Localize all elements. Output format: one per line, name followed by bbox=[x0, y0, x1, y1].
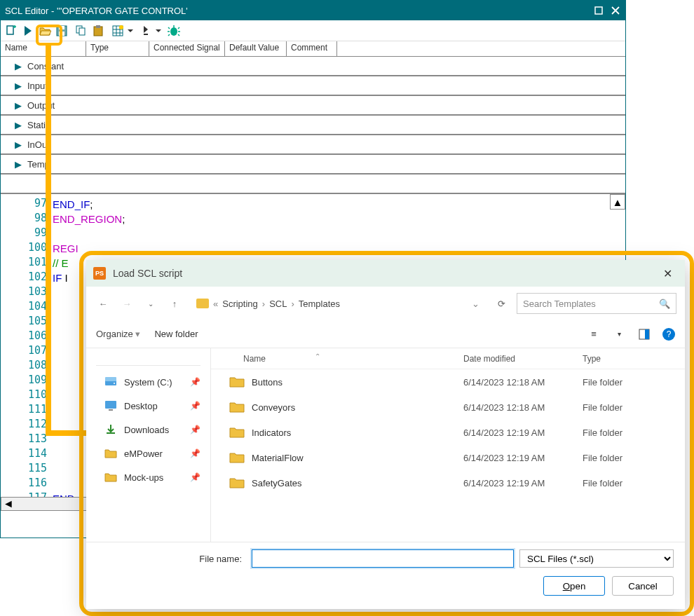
file-type: File folder bbox=[583, 377, 674, 388]
col-date[interactable]: Date modified bbox=[463, 354, 583, 364]
paste-icon[interactable] bbox=[90, 23, 106, 39]
svg-rect-3 bbox=[59, 26, 64, 29]
col-default[interactable]: Default Value bbox=[225, 41, 287, 56]
file-date: 6/14/2023 12:19 AM bbox=[463, 453, 583, 463]
cancel-button[interactable]: Cancel bbox=[612, 576, 674, 596]
maximize-button[interactable] bbox=[593, 5, 604, 16]
sidebar-item-label: eMPower bbox=[124, 449, 163, 459]
file-row[interactable]: Indicators6/14/2023 12:19 AMFile folder bbox=[211, 420, 685, 445]
col-type[interactable]: Type bbox=[86, 41, 149, 56]
filename-label: File name: bbox=[97, 554, 246, 564]
grid-icon[interactable] bbox=[110, 23, 125, 39]
file-name: Conveyors bbox=[252, 402, 463, 413]
group-row[interactable]: ▶Input bbox=[1, 76, 625, 96]
breadcrumb[interactable]: « Scripting › SCL › Templates ⌄ bbox=[190, 295, 486, 313]
sidebar-item-label: Mock-ups bbox=[124, 472, 163, 483]
sidebar-item[interactable]: Mock-ups📌 bbox=[86, 465, 210, 489]
preview-pane-icon[interactable] bbox=[637, 327, 651, 341]
expand-icon[interactable]: ▶ bbox=[15, 159, 22, 170]
help-icon[interactable]: ? bbox=[662, 328, 675, 341]
debug-icon[interactable] bbox=[166, 23, 182, 39]
expand-icon[interactable]: ▶ bbox=[15, 139, 22, 150]
search-input[interactable]: Search Templates 🔍 bbox=[517, 293, 676, 314]
refresh-button[interactable]: ⟳ bbox=[493, 295, 510, 312]
pin-icon[interactable]: 📌 bbox=[190, 401, 200, 411]
pin-icon[interactable]: 📌 bbox=[190, 449, 200, 458]
close-button[interactable] bbox=[610, 5, 621, 16]
svg-rect-4 bbox=[59, 32, 64, 36]
pin-icon[interactable]: 📌 bbox=[190, 425, 200, 434]
col-name[interactable]: Name⌃ bbox=[222, 354, 463, 364]
download-icon bbox=[104, 423, 117, 436]
sidebar-item[interactable]: eMPower📌 bbox=[86, 442, 210, 465]
col-signal[interactable]: Connected Signal bbox=[149, 41, 225, 56]
sidebar-item[interactable]: Desktop📌 bbox=[86, 394, 210, 418]
svg-point-10 bbox=[119, 25, 123, 29]
group-row[interactable]: ▶Constant bbox=[1, 57, 625, 76]
expand-icon[interactable]: ▶ bbox=[15, 100, 22, 111]
new-folder-button[interactable]: New folder bbox=[154, 329, 198, 339]
open-icon[interactable] bbox=[37, 23, 53, 39]
pin-icon[interactable]: 📌 bbox=[190, 472, 200, 482]
col-comment[interactable]: Comment bbox=[287, 41, 337, 56]
folder-icon bbox=[229, 401, 245, 413]
dialog-close-button[interactable]: ✕ bbox=[657, 267, 678, 280]
step-icon[interactable] bbox=[138, 23, 154, 39]
forward-button[interactable]: → bbox=[118, 295, 135, 312]
group-row[interactable]: ▶InOut bbox=[1, 135, 625, 155]
titlebar: SCL Editor - '''OPERATOR GATE CONTROL' bbox=[1, 1, 625, 20]
group-row[interactable]: ▶Temp bbox=[1, 155, 625, 174]
run-icon[interactable] bbox=[20, 23, 36, 39]
scroll-left-icon[interactable]: ◄ bbox=[1, 498, 15, 510]
file-row[interactable]: MaterialFlow6/14/2023 12:19 AMFile folde… bbox=[211, 445, 685, 470]
step-dropdown-icon[interactable] bbox=[155, 23, 162, 39]
back-button[interactable]: ← bbox=[95, 295, 111, 312]
line-gutter: 9798991001011021031041051061071081091101… bbox=[1, 194, 53, 511]
sidebar: System (C:)📌Desktop📌Downloads📌eMPower📌Mo… bbox=[86, 348, 211, 542]
folder-icon bbox=[229, 477, 245, 489]
group-row[interactable]: ▶Static bbox=[1, 116, 625, 135]
svg-point-12 bbox=[170, 27, 177, 36]
file-row[interactable]: Buttons6/14/2023 12:18 AMFile folder bbox=[211, 369, 685, 395]
breadcrumb-item[interactable]: Scripting bbox=[222, 299, 258, 309]
save-icon[interactable] bbox=[54, 23, 69, 39]
sidebar-item[interactable]: Downloads📌 bbox=[86, 418, 210, 442]
blank-row bbox=[1, 174, 625, 194]
group-row[interactable]: ▶Output bbox=[1, 96, 625, 116]
col-type[interactable]: Type bbox=[583, 354, 674, 364]
col-name[interactable]: Name bbox=[1, 41, 86, 56]
breadcrumb-item[interactable]: Templates bbox=[299, 299, 340, 309]
svg-rect-18 bbox=[105, 401, 116, 409]
desktop-icon bbox=[104, 399, 117, 412]
svg-rect-8 bbox=[96, 25, 100, 28]
organize-button[interactable]: Organize bbox=[96, 329, 140, 339]
up-button[interactable]: ↑ bbox=[166, 295, 183, 312]
file-row[interactable]: Conveyors6/14/2023 12:18 AMFile folder bbox=[211, 395, 685, 420]
filename-input[interactable] bbox=[252, 549, 514, 568]
file-row[interactable]: SafetyGates6/14/2023 12:19 AMFile folder bbox=[211, 470, 685, 495]
pin-icon[interactable]: 📌 bbox=[190, 377, 200, 387]
view-dropdown-icon[interactable]: ▾ bbox=[612, 327, 626, 341]
new-icon[interactable] bbox=[4, 23, 19, 39]
app-icon: PS bbox=[93, 267, 106, 280]
sidebar-item[interactable]: System (C:)📌 bbox=[86, 370, 210, 394]
file-list: Name⌃ Date modified Type Buttons6/14/202… bbox=[211, 348, 685, 542]
recent-dropdown-icon[interactable]: ⌄ bbox=[142, 295, 159, 312]
expand-icon[interactable]: ▶ bbox=[15, 81, 22, 91]
sidebar-item-label: Downloads bbox=[124, 425, 169, 435]
table-header: Name Type Connected Signal Default Value… bbox=[1, 41, 625, 57]
filetype-select[interactable]: SCL Files (*.scl) bbox=[519, 549, 674, 568]
folder-icon bbox=[104, 447, 117, 460]
breadcrumb-item[interactable]: SCL bbox=[269, 299, 287, 309]
expand-icon[interactable]: ▶ bbox=[15, 120, 22, 130]
file-dialog: PS Load SCL script ✕ ← → ⌄ ↑ « Scripting… bbox=[86, 260, 685, 609]
view-list-icon[interactable]: ≡ bbox=[587, 327, 601, 341]
scroll-up-icon[interactable]: ▲ bbox=[610, 194, 625, 210]
dialog-toolbar: Organize New folder ≡ ▾ ? bbox=[86, 320, 685, 348]
open-button[interactable]: Open bbox=[543, 576, 605, 596]
expand-icon[interactable]: ▶ bbox=[15, 61, 22, 71]
group-label: Input bbox=[27, 81, 48, 91]
grid-dropdown-icon[interactable] bbox=[127, 23, 134, 39]
copy-icon[interactable] bbox=[74, 23, 89, 39]
file-type: File folder bbox=[583, 402, 674, 413]
